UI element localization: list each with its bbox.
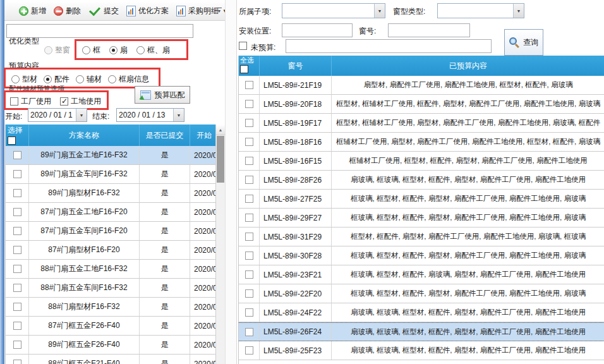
- table-row[interactable]: 89#门扇五金车间F16-F32是2020/0: [6, 165, 226, 184]
- budget-match-button[interactable]: 预算匹配: [135, 86, 190, 104]
- row-checkbox[interactable]: [245, 346, 253, 355]
- table-row[interactable]: 87#门扇型材F16-F20是2020/0: [6, 241, 226, 260]
- table-row[interactable]: 89#门框五金F26-F40是2020/0: [6, 336, 226, 355]
- row-checkbox[interactable]: [13, 341, 21, 349]
- table-row[interactable]: LM5L-89#-23F21框玻璃, 框型材, 框配件, 扇玻璃, 扇型材, 扇…: [239, 265, 604, 284]
- scroll-up-icon[interactable]: ▲: [216, 124, 225, 135]
- row-select-cell[interactable]: [6, 146, 29, 164]
- row-checkbox[interactable]: [13, 246, 21, 254]
- table-row[interactable]: LM5L-89#-25F23扇玻璃, 框玻璃, 框型材, 框配件, 扇型材, 扇…: [239, 341, 604, 360]
- table-row[interactable]: 88#门扇五金车间F16-F32是2020/0: [6, 279, 226, 298]
- radio-frame-sash-info[interactable]: 框扇信息: [108, 74, 149, 85]
- table-row[interactable]: 89#门扇型材F16-F32是2020/0: [6, 184, 226, 203]
- row-checkbox[interactable]: [245, 252, 253, 260]
- row-checkbox[interactable]: [13, 265, 21, 273]
- table-row[interactable]: 88#门扇型材F16-F32是2020/0: [6, 298, 226, 317]
- row-select-cell[interactable]: [6, 355, 29, 364]
- row-select-cell[interactable]: [6, 298, 29, 316]
- checkbox-factory-use[interactable]: 工厂使用: [10, 96, 51, 107]
- toolbar-overflow-icon[interactable]: ▼: [215, 6, 223, 16]
- radio-frame-sash[interactable]: 框、扇: [136, 45, 170, 56]
- row-select-cell[interactable]: [6, 203, 29, 221]
- table-row[interactable]: LM5L-89#-29F27框玻璃, 框型材, 框配件, 扇型材, 扇配件工厂使…: [239, 209, 604, 228]
- chevron-down-icon[interactable]: ▼: [513, 4, 524, 18]
- row-select-cell[interactable]: [6, 165, 29, 183]
- row-select-cell[interactable]: [239, 246, 260, 265]
- install-position-input[interactable]: [282, 23, 353, 37]
- row-checkbox[interactable]: [13, 208, 21, 216]
- row-checkbox[interactable]: [13, 151, 21, 159]
- row-checkbox[interactable]: [245, 270, 253, 279]
- row-checkbox[interactable]: [13, 227, 21, 235]
- row-select-cell[interactable]: [239, 171, 260, 189]
- row-checkbox[interactable]: [13, 360, 21, 364]
- date-end-picker[interactable]: 2020 / 01 / 13 ▼: [116, 108, 184, 122]
- row-checkbox[interactable]: [245, 100, 253, 108]
- optimize-plan-button[interactable]: 优化方案: [123, 4, 172, 18]
- radio-accessory[interactable]: 配件: [44, 74, 69, 85]
- no-budget-input[interactable]: [286, 39, 492, 53]
- row-checkbox[interactable]: [13, 303, 21, 311]
- budgeted-content-column-header[interactable]: 已预算内容: [332, 56, 604, 76]
- delete-button[interactable]: 删除: [51, 4, 84, 18]
- row-checkbox[interactable]: [245, 176, 253, 184]
- window-no-input[interactable]: [388, 23, 470, 37]
- sub-item-combobox[interactable]: ▼: [282, 3, 385, 18]
- window-no-column-header[interactable]: 窗号: [260, 56, 332, 76]
- radio-sash[interactable]: 扇: [109, 45, 128, 56]
- chevron-down-icon[interactable]: ▼: [76, 109, 87, 121]
- row-select-cell[interactable]: [6, 241, 29, 259]
- row-checkbox[interactable]: [245, 308, 253, 317]
- radio-profile[interactable]: 型材: [11, 74, 37, 85]
- table-row[interactable]: 89#门扇五金工地F16-F32是2020/0: [6, 146, 226, 165]
- row-checkbox[interactable]: [245, 289, 253, 298]
- row-select-cell[interactable]: [6, 279, 29, 297]
- table-row[interactable]: 87#门扇五金车间F16-F20是2020/0: [6, 222, 226, 241]
- checkbox-site-use[interactable]: 工地使用: [60, 96, 101, 107]
- row-select-cell[interactable]: [239, 152, 260, 170]
- row-select-cell[interactable]: [239, 284, 260, 303]
- table-row[interactable]: LM5L-89#-21F19扇型材, 扇配件工厂使用, 扇配件工地使用, 框型材…: [239, 76, 604, 95]
- date-start-picker[interactable]: 2020 / 01 / 1 ▼: [28, 108, 87, 122]
- table-row[interactable]: LM5L-89#-28F26扇玻璃, 框玻璃, 框型材, 框配件, 扇型材, 扇…: [239, 171, 604, 190]
- table-row[interactable]: LM5L-89#-16F15框辅材工厂使用, 框型材, 框配件, 扇型材, 扇配…: [239, 152, 604, 171]
- submitted-column-header[interactable]: 是否已提交: [140, 124, 190, 146]
- row-checkbox[interactable]: [245, 195, 253, 203]
- row-select-cell[interactable]: [239, 209, 260, 227]
- table-row[interactable]: LM5L-89#-27F25框玻璃, 框型材, 框配件, 扇型材, 扇配件工厂使…: [239, 190, 604, 209]
- table-row[interactable]: LM5L-89#-20F18框型材, 框辅材工厂使用, 框配件, 扇型材, 扇配…: [239, 95, 604, 114]
- row-checkbox[interactable]: [245, 214, 253, 222]
- table-row[interactable]: LM5L-89#-19F17框型材, 框辅材工厂使用, 扇型材, 扇配件工厂使用…: [239, 114, 604, 133]
- table-row[interactable]: 87#门扇五金工地F16-F20是2020/0: [6, 203, 226, 222]
- table-row[interactable]: 88#门框五金F21-F40是2020/0: [6, 355, 226, 364]
- row-select-cell[interactable]: [239, 265, 260, 284]
- row-select-cell[interactable]: [239, 323, 260, 341]
- radio-frame[interactable]: 框: [82, 45, 100, 56]
- name-column-header[interactable]: 方案名称: [29, 124, 140, 146]
- panel-divider[interactable]: [225, 0, 237, 364]
- scrollbar-thumb[interactable]: [217, 136, 224, 183]
- row-select-cell[interactable]: [6, 184, 29, 202]
- row-checkbox[interactable]: [245, 157, 253, 165]
- select-all-checkbox[interactable]: [240, 65, 248, 73]
- row-select-cell[interactable]: [239, 303, 260, 322]
- window-type-combobox[interactable]: ▼: [437, 3, 524, 18]
- row-select-cell[interactable]: [239, 76, 260, 94]
- row-select-cell[interactable]: [6, 317, 29, 335]
- table-row[interactable]: LM5L-89#-22F20框玻璃, 框型材, 框配件, 扇型材, 扇配件工厂使…: [239, 284, 604, 303]
- submit-button[interactable]: 提交: [85, 4, 122, 18]
- row-checkbox[interactable]: [245, 138, 253, 146]
- row-select-cell[interactable]: [6, 260, 29, 278]
- table-row[interactable]: LM5L-89#-31F29框型材, 框配件, 扇型材, 扇配件工厂使用, 扇配…: [239, 228, 604, 246]
- row-checkbox[interactable]: [13, 189, 21, 197]
- row-checkbox[interactable]: [13, 170, 21, 178]
- table-row[interactable]: LM5L-89#-18F16框辅材工厂使用, 扇型材, 扇配件工厂使用, 扇配件…: [239, 133, 604, 152]
- select-all-checkbox[interactable]: [8, 136, 16, 145]
- no-budget-checkbox[interactable]: [239, 42, 247, 50]
- row-checkbox[interactable]: [13, 284, 21, 292]
- chevron-down-icon[interactable]: ▼: [173, 109, 184, 121]
- table-row[interactable]: LM5L-89#-24F22扇玻璃, 框玻璃, 框型材, 框配件, 扇型材, 扇…: [239, 303, 604, 322]
- row-select-cell[interactable]: [239, 190, 260, 208]
- table-row[interactable]: 87#门框五金F26-F40是2020/0: [6, 317, 226, 336]
- add-button[interactable]: 新增: [16, 4, 49, 18]
